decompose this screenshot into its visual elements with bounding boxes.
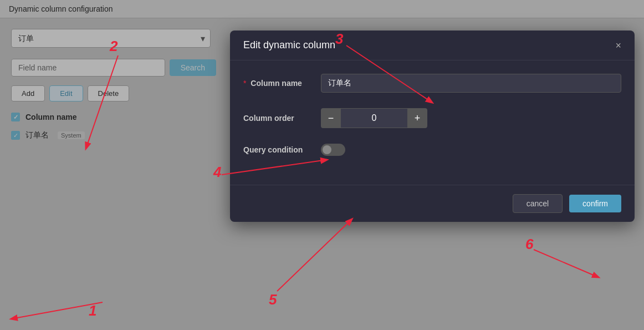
column-order-label: Column order <box>243 114 321 123</box>
column-order-row: Column order − 0 + <box>243 108 621 128</box>
edit-modal: Edit dynamic column × * Column name Colu… <box>230 31 635 222</box>
number-input-group: − 0 + <box>321 108 427 128</box>
query-condition-label: Query condition <box>243 145 321 154</box>
order-value: 0 <box>341 108 407 128</box>
toggle-thumb <box>323 145 331 154</box>
main-panel: Dynamic column configuration 订单 ▾ Search… <box>0 0 644 330</box>
modal-footer: cancel confirm <box>230 185 635 222</box>
toggle-track <box>321 144 345 156</box>
column-name-label: * Column name <box>243 79 321 88</box>
confirm-button[interactable]: confirm <box>569 195 621 212</box>
modal-body: * Column name Column order − 0 + <box>230 60 635 185</box>
required-asterisk: * <box>243 79 246 88</box>
close-button[interactable]: × <box>615 40 621 50</box>
column-name-row: * Column name <box>243 74 621 93</box>
modal-title: Edit dynamic column <box>243 39 335 51</box>
cancel-button[interactable]: cancel <box>513 194 563 213</box>
decrement-button[interactable]: − <box>321 108 341 128</box>
query-condition-row: Query condition <box>243 144 621 156</box>
modal-header: Edit dynamic column × <box>230 31 635 60</box>
increment-button[interactable]: + <box>407 108 427 128</box>
query-condition-toggle[interactable] <box>321 144 345 156</box>
column-name-input[interactable] <box>321 74 621 93</box>
